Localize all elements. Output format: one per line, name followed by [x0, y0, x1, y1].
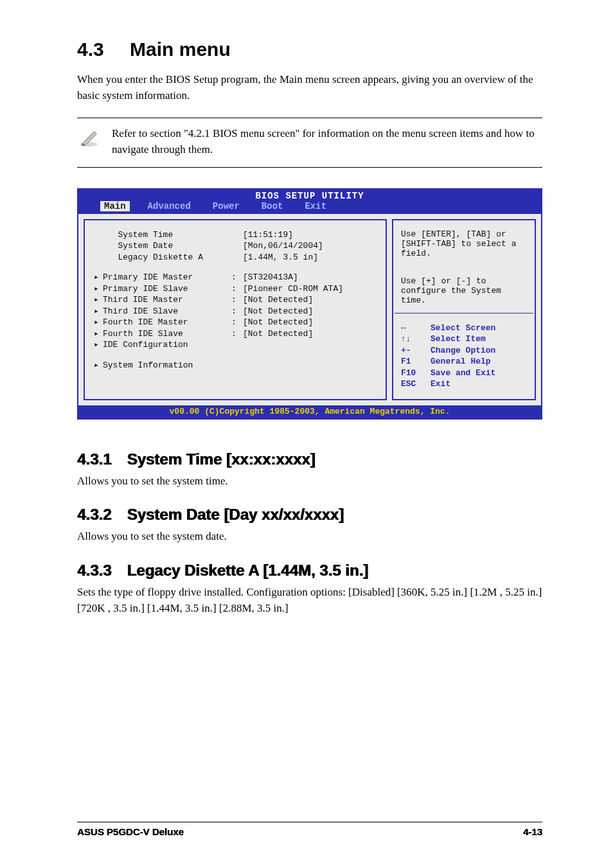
subsection-title: Legacy Diskette A [1.44M, 3.5 in.] [127, 562, 368, 579]
subsection-body: Allows you to set the system time. [77, 474, 542, 490]
help-divider [395, 313, 533, 314]
bios-nav-label: Select Item [431, 334, 486, 344]
footer-page-number: 4-13 [523, 826, 542, 837]
bios-nav-key: ↔ [401, 323, 431, 334]
bios-field-value: [1.44M, 3.5 in] [243, 252, 318, 263]
section-heading: 4.3 Main menu [77, 39, 542, 60]
intro-paragraph: When you enter the BIOS Setup program, t… [77, 72, 542, 103]
bios-nav-label: Change Option [431, 346, 495, 355]
section-number: 4.3 [77, 39, 104, 60]
bios-field-row[interactable]: ▸ System Information [94, 360, 379, 371]
subsection-body: Sets the type of floppy drive installed.… [77, 585, 542, 616]
bios-title: BIOS SETUP UTILITY [78, 190, 541, 201]
subsection-title: System Date [Day xx/xx/xxxx] [127, 506, 344, 523]
bios-nav-label: Select Screen [431, 323, 495, 333]
submenu-triangle-icon: ▸ [94, 306, 103, 317]
page-footer: ASUS P5GDC-V Deluxe 4-13 [77, 822, 542, 837]
bios-nav-row: ↑↓Select Item [401, 333, 527, 345]
subsection-number: 4.3.1 [77, 450, 111, 468]
bios-nav-key: F10 [401, 368, 431, 379]
section-title-text: Main menu [130, 39, 231, 60]
bios-copyright: v00.00 (C)Copyright 1985-2003, American … [78, 405, 541, 418]
bios-nav-key: +- [401, 345, 431, 357]
bios-main-pane: System Time [11:51:19] System Date [Mon,… [84, 219, 387, 400]
bios-field-value: [ST320413A] [243, 272, 298, 283]
bios-field-value: [Not Detected] [243, 306, 313, 317]
bios-field-value: [Mon,06/14/2004] [243, 240, 323, 252]
note-callout: Refer to section "4.2.1 BIOS menu screen… [77, 118, 542, 167]
bios-nav-label: General Help [431, 357, 491, 366]
bios-field-label: System Time [103, 229, 231, 241]
bios-field-value: [Not Detected] [243, 294, 313, 306]
bios-field-label: Primary IDE Slave [103, 283, 231, 295]
bios-field-row[interactable]: ▸ Fourth IDE Master:[Not Detected] [94, 317, 379, 328]
bios-field-row[interactable]: System Date [Mon,06/14/2004] [94, 240, 379, 252]
bios-field-value: [Pioneer CD-ROM ATA] [243, 283, 343, 295]
subsection-number: 4.3.2 [77, 506, 111, 524]
bios-field-value: [Not Detected] [243, 328, 313, 340]
bios-field-label: Primary IDE Master [103, 272, 231, 283]
subsection-body: Allows you to set the system date. [77, 529, 542, 545]
submenu-triangle-icon: ▸ [94, 360, 103, 371]
bios-field-row[interactable]: ▸ Primary IDE Master:[ST320413A] [94, 272, 379, 283]
pencil-icon [77, 125, 100, 150]
submenu-triangle-icon: ▸ [94, 317, 103, 328]
bios-nav-row: ESCExit [401, 378, 527, 390]
bios-field-row[interactable]: ▸ Fourth IDE Slave:[Not Detected] [94, 328, 379, 340]
subsection-heading: 4.3.2System Date [Day xx/xx/xxxx] [77, 506, 542, 524]
bios-field-label: Fourth IDE Master [103, 317, 231, 328]
bios-field-label: Third IDE Slave [103, 306, 231, 317]
bios-nav-row: ↔Select Screen [401, 323, 527, 334]
bios-nav-key: ↑↓ [401, 333, 431, 345]
bios-field-label: System Information [103, 360, 231, 371]
subsection-title: System Time [xx:xx:xxxx] [127, 450, 315, 468]
bios-nav-row: +-Change Option [401, 345, 527, 357]
note-text: Refer to section "4.2.1 BIOS menu screen… [112, 125, 542, 157]
bios-field-row[interactable]: System Time [11:51:19] [94, 229, 379, 241]
bios-nav-row: F10Save and Exit [401, 368, 527, 379]
bios-tab-main[interactable]: Main [100, 201, 130, 211]
subsection-heading: 4.3.3Legacy Diskette A [1.44M, 3.5 in.] [77, 562, 542, 580]
submenu-triangle-icon: ▸ [94, 294, 103, 306]
bios-setup-utility-panel: BIOS SETUP UTILITY Main Advanced Power B… [77, 188, 542, 420]
bios-nav-help: ↔Select Screen↑↓Select Item+-Change Opti… [401, 323, 527, 390]
bios-field-row[interactable]: ▸ Third IDE Slave:[Not Detected] [94, 306, 379, 317]
bios-tab-exit[interactable]: Exit [301, 201, 330, 211]
bios-tab-advanced[interactable]: Advanced [144, 201, 195, 211]
bios-nav-label: Exit [431, 379, 450, 389]
bios-field-row[interactable]: ▸ Primary IDE Slave:[Pioneer CD-ROM ATA] [94, 283, 379, 295]
bios-field-label: Third IDE Master [103, 294, 231, 306]
submenu-triangle-icon: ▸ [94, 272, 103, 283]
bios-field-value: [11:51:19] [243, 229, 293, 241]
bios-field-row[interactable]: ▸ IDE Configuration [94, 339, 379, 351]
footer-product: ASUS P5GDC-V Deluxe [77, 826, 184, 837]
bios-field-row[interactable]: ▸ Third IDE Master:[Not Detected] [94, 294, 379, 306]
bios-help-text-2: Use [+] or [-] to configure the System t… [401, 276, 527, 305]
bios-nav-key: F1 [401, 356, 431, 368]
bios-field-label: System Date [103, 240, 231, 252]
bios-tab-boot[interactable]: Boot [258, 201, 287, 211]
bios-tab-power[interactable]: Power [209, 201, 244, 211]
submenu-triangle-icon: ▸ [94, 328, 103, 340]
bios-field-value: [Not Detected] [243, 317, 313, 328]
bios-field-label: IDE Configuration [103, 339, 231, 351]
bios-nav-label: Save and Exit [431, 368, 495, 378]
submenu-triangle-icon: ▸ [94, 339, 103, 351]
subsection-heading: 4.3.1System Time [xx:xx:xxxx] [77, 450, 542, 468]
bios-help-pane: Use [ENTER], [TAB] or [SHIFT-TAB] to sel… [392, 219, 536, 400]
bios-nav-row: F1General Help [401, 356, 527, 368]
bios-field-label: Legacy Diskette A [103, 252, 231, 263]
bios-field-label: Fourth IDE Slave [103, 328, 231, 340]
subsection-number: 4.3.3 [77, 562, 111, 580]
bios-help-text-1: Use [ENTER], [TAB] or [SHIFT-TAB] to sel… [401, 229, 527, 258]
submenu-triangle-icon: ▸ [94, 283, 103, 295]
bios-tab-bar: Main Advanced Power Boot Exit [78, 201, 541, 214]
bios-nav-key: ESC [401, 378, 431, 390]
bios-field-row[interactable]: Legacy Diskette A [1.44M, 3.5 in] [94, 252, 379, 263]
